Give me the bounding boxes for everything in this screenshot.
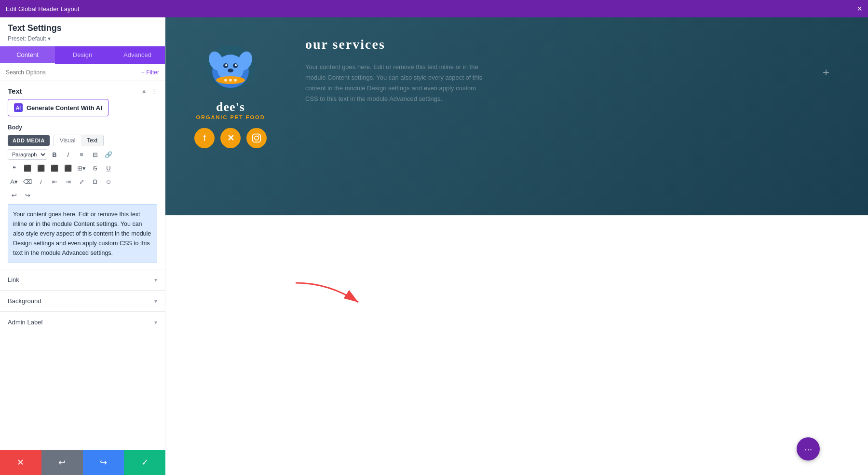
- brand-logo: dee's ORGANIC PET FOOD: [194, 37, 267, 120]
- sidebar-tabs: Content Design Advanced: [0, 46, 165, 64]
- top-bar-title: Edit Global Header Layout: [6, 5, 79, 13]
- logo-area: dee's ORGANIC PET FOOD f ✕: [194, 37, 267, 148]
- link-button[interactable]: 🔗: [102, 148, 115, 161]
- admin-label-chevron-icon: ▾: [154, 319, 157, 326]
- editor-toolbar: ADD MEDIA Visual Text Paragraph Heading …: [0, 135, 165, 201]
- services-area: OUR SERVICES Your content goes here. Edi…: [305, 37, 839, 104]
- toolbar-row-2: ❝ ⬛ ⬛ ⬛ ⬛ ⊞▾ S U: [8, 162, 157, 174]
- svg-point-9: [228, 69, 233, 72]
- ai-generate-button[interactable]: AI Generate Content With AI: [8, 99, 108, 116]
- add-media-button[interactable]: ADD MEDIA: [8, 135, 50, 146]
- preview-white-section: ···: [165, 215, 868, 475]
- main-layout: Text Settings Preset: Default ▾ Content …: [0, 17, 868, 475]
- quote-button[interactable]: ❝: [8, 162, 20, 174]
- services-text: Your content goes here. Edit or remove t…: [305, 62, 488, 104]
- align-left-button[interactable]: ⬛: [21, 162, 34, 174]
- tab-advanced[interactable]: Advanced: [110, 46, 165, 64]
- instagram-icon[interactable]: [246, 128, 267, 148]
- close-icon[interactable]: ×: [857, 4, 862, 13]
- preview-area: dee's ORGANIC PET FOOD f ✕: [165, 17, 868, 475]
- preview-header: dee's ORGANIC PET FOOD f ✕: [165, 17, 868, 215]
- sidebar: Text Settings Preset: Default ▾ Content …: [0, 17, 165, 475]
- background-section[interactable]: Background ▾: [0, 290, 165, 311]
- svg-point-7: [225, 64, 227, 66]
- svg-point-13: [234, 79, 237, 82]
- svg-point-15: [255, 136, 258, 140]
- search-input[interactable]: [6, 69, 137, 76]
- admin-label-section[interactable]: Admin Label ▾: [0, 311, 165, 333]
- table-button[interactable]: ⊞▾: [75, 162, 88, 174]
- tab-text[interactable]: Text: [81, 135, 103, 146]
- redo-action-button[interactable]: ↪: [83, 450, 124, 475]
- toolbar-top-row: ADD MEDIA Visual Text: [8, 135, 157, 146]
- svg-rect-14: [253, 134, 261, 142]
- italic-style-button[interactable]: i: [35, 175, 47, 188]
- sidebar-content: Text ▲ ⋮ AI Generate Content With AI Bod…: [0, 81, 165, 475]
- redo-button[interactable]: ↪: [21, 189, 34, 201]
- background-chevron-icon: ▾: [154, 298, 157, 305]
- chevron-up-icon[interactable]: ▲: [141, 87, 147, 95]
- text-section-header: Text ▲ ⋮: [0, 81, 165, 99]
- admin-label-title: Admin Label: [8, 319, 42, 326]
- toolbar-row-3: A▾ ⌫ i ⇤ ⇥ ⤢ Ω ☺: [8, 175, 157, 188]
- svg-point-8: [235, 64, 237, 66]
- link-section[interactable]: Link ▾: [0, 269, 165, 290]
- strikethrough-button[interactable]: S: [89, 162, 101, 174]
- text-editor-area[interactable]: Your content goes here. Edit or remove t…: [8, 204, 157, 263]
- link-section-title: Link: [8, 276, 19, 283]
- align-justify-button[interactable]: ⬛: [62, 162, 74, 174]
- svg-point-12: [229, 79, 232, 82]
- bullet-list-button[interactable]: ≡: [75, 148, 88, 161]
- floating-action-button[interactable]: ···: [797, 437, 820, 461]
- paragraph-select[interactable]: Paragraph Heading 1 Heading 2: [8, 149, 47, 160]
- text-color-button[interactable]: A▾: [8, 175, 20, 188]
- view-tabs: Visual Text: [54, 135, 104, 146]
- services-title: OUR SERVICES: [305, 37, 839, 52]
- bold-button[interactable]: B: [48, 148, 61, 161]
- emoji-button[interactable]: ☺: [102, 175, 115, 188]
- align-center-button[interactable]: ⬛: [35, 162, 47, 174]
- undo-button[interactable]: ↩: [8, 189, 20, 201]
- outdent-button[interactable]: ⇤: [48, 175, 61, 188]
- clear-format-button[interactable]: ⌫: [21, 175, 34, 188]
- indent-button[interactable]: ⇥: [62, 175, 74, 188]
- sidebar-header: Text Settings Preset: Default ▾: [0, 17, 165, 46]
- body-label: Body: [0, 122, 165, 135]
- filter-button[interactable]: + Filter: [141, 69, 159, 76]
- numbered-list-button[interactable]: ⊟: [89, 148, 101, 161]
- brand-sub: ORGANIC PET FOOD: [194, 114, 267, 120]
- align-right-button[interactable]: ⬛: [48, 162, 61, 174]
- italic-button[interactable]: I: [62, 148, 74, 161]
- tab-visual[interactable]: Visual: [54, 135, 81, 146]
- editor-text[interactable]: Your content goes here. Edit or remove t…: [13, 210, 152, 258]
- bottom-toolbar: ✕ ↩ ↪ ✓: [0, 450, 165, 475]
- twitter-icon[interactable]: ✕: [220, 128, 241, 148]
- preset-selector[interactable]: Preset: Default ▾: [8, 35, 157, 42]
- facebook-icon[interactable]: f: [194, 128, 215, 148]
- section-controls: ▲ ⋮: [141, 87, 157, 95]
- cancel-button[interactable]: ✕: [0, 450, 41, 475]
- svg-point-11: [224, 79, 227, 82]
- svg-point-16: [258, 135, 259, 137]
- top-bar: Edit Global Header Layout ×: [0, 0, 868, 17]
- tab-content[interactable]: Content: [0, 46, 55, 64]
- special-char-button[interactable]: Ω: [89, 175, 101, 188]
- toolbar-row-4: ↩ ↪: [8, 189, 157, 201]
- toolbar-row-1: Paragraph Heading 1 Heading 2 B I ≡ ⊟ 🔗: [8, 148, 157, 161]
- social-icons: f ✕: [194, 128, 267, 148]
- link-chevron-icon: ▾: [154, 277, 157, 283]
- tab-design[interactable]: Design: [55, 46, 110, 64]
- underline-button[interactable]: U: [102, 162, 115, 174]
- instagram-svg: [252, 133, 261, 143]
- dog-logo-svg: [199, 37, 262, 99]
- sidebar-title: Text Settings: [8, 23, 157, 33]
- section-menu-icon[interactable]: ⋮: [151, 87, 157, 95]
- ai-button-label: Generate Content With AI: [27, 104, 102, 112]
- save-button[interactable]: ✓: [124, 450, 165, 475]
- plus-icon[interactable]: +: [823, 66, 829, 79]
- undo-action-button[interactable]: ↩: [41, 450, 83, 475]
- brand-name: dee's: [194, 101, 267, 113]
- expand-button[interactable]: ⤢: [75, 175, 88, 188]
- search-bar: + Filter: [0, 64, 165, 81]
- text-section-title: Text: [8, 87, 22, 95]
